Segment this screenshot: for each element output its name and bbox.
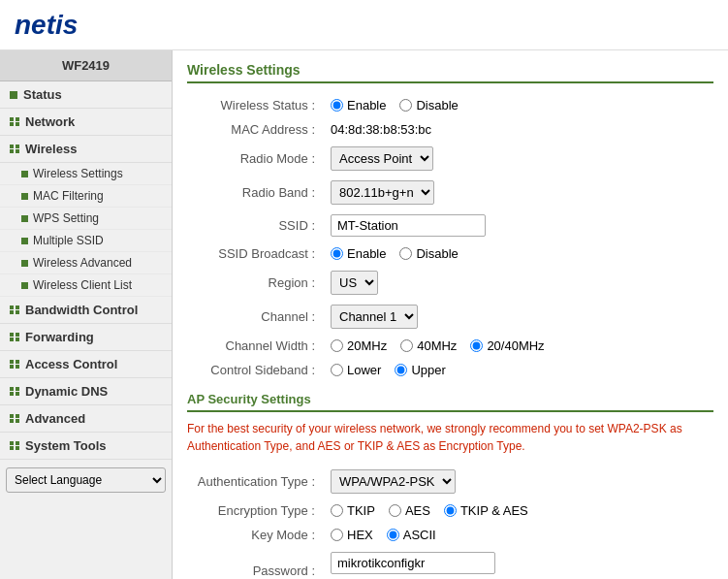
radio-band-select[interactable]: 802.11b+g+n [331,180,434,205]
subitem-label: Wireless Advanced [33,256,132,270]
channel-row: Channel : Channel 1 [187,300,713,334]
encryption-tkip-label: TKIP [347,503,375,518]
sidebar-item-advanced[interactable]: Advanced [0,405,172,433]
sidebar-item-ddns[interactable]: Dynamic DNS [0,378,172,405]
control-sideband-label: Control Sideband : [187,358,323,382]
key-mode-hex-radio[interactable] [331,529,343,541]
sidebar-item-bandwidth[interactable]: Bandwidth Control [0,297,172,324]
encryption-type-row: Encryption Type : TKIP AES T [187,499,713,523]
sidebar-subitem-wps[interactable]: WPS Setting [0,208,172,230]
sidebar-subitem-mac-filtering[interactable]: MAC Filtering [0,185,172,208]
subitem-label: Multiple SSID [33,234,104,247]
wireless-status-enable-option[interactable]: Enable [331,98,386,113]
ssid-broadcast-disable-option[interactable]: Disable [399,246,458,261]
ssid-broadcast-enable-label: Enable [347,246,386,261]
encryption-tkip-aes-radio[interactable] [444,504,457,517]
sidebar-label-system-tools: System Tools [25,438,107,453]
key-mode-hex-option[interactable]: HEX [331,528,373,542]
channel-width-40-label: 40MHz [417,338,457,353]
encryption-tkip-option[interactable]: TKIP [331,503,375,518]
control-sideband-lower-radio[interactable] [331,364,343,376]
key-mode-row: Key Mode : HEX ASCII [187,523,713,547]
sub-bullet-icon [21,171,28,177]
header: netis [0,0,728,50]
sidebar-subitem-wireless-advanced[interactable]: Wireless Advanced [0,252,172,274]
subitem-label: Wireless Settings [33,167,123,180]
sidebar-item-status[interactable]: Status [0,81,172,109]
radio-band-row: Radio Band : 802.11b+g+n [187,176,713,209]
ssid-broadcast-disable-radio[interactable] [399,247,412,260]
sidebar-subitem-multiple-ssid[interactable]: Multiple SSID [0,230,172,252]
mac-address-row: MAC Address : 04:8d:38:b8:53:bc [187,117,713,142]
language-dropdown[interactable]: Select Language [6,467,166,493]
sidebar-subitem-wireless-client-list[interactable]: Wireless Client List [0,274,172,297]
key-mode-label: Key Mode : [187,523,323,547]
encryption-tkip-aes-label: TKIP & AES [460,503,528,518]
wireless-status-enable-radio[interactable] [331,99,343,112]
encryption-tkip-aes-option[interactable]: TKIP & AES [444,503,528,518]
auth-type-select[interactable]: WPA/WPA2-PSK [331,469,456,494]
channel-width-20-label: 20MHz [347,338,387,353]
channel-width-radio-group: 20MHz 40MHz 20/40MHz [331,338,706,353]
key-mode-hex-label: HEX [347,528,373,542]
grid-icon-network [10,117,19,127]
wireless-status-disable-radio[interactable] [399,99,412,112]
grid-icon-wireless [10,145,19,154]
sub-bullet-icon [21,215,28,222]
wireless-status-disable-option[interactable]: Disable [399,98,458,113]
sidebar-item-access-control[interactable]: Access Control [0,351,172,378]
sub-bullet-icon [21,193,28,200]
ssid-broadcast-enable-option[interactable]: Enable [331,246,386,261]
control-sideband-lower-option[interactable]: Lower [331,363,381,377]
subitem-label: Wireless Client List [33,278,132,292]
encryption-aes-option[interactable]: AES [389,503,430,518]
key-mode-ascii-option[interactable]: ASCII [387,528,436,542]
radio-mode-value: Access Point [323,142,713,176]
region-value: US [323,266,713,300]
grid-icon-ddns [10,387,19,397]
sidebar-subitem-wireless-settings[interactable]: Wireless Settings [0,163,172,185]
control-sideband-upper-option[interactable]: Upper [395,363,445,377]
ssid-input[interactable] [331,214,486,237]
sidebar-item-wireless[interactable]: Wireless [0,136,172,163]
sidebar-label-ddns: Dynamic DNS [25,384,108,399]
channel-width-40-option[interactable]: 40MHz [400,338,457,353]
auth-type-value: WPA/WPA2-PSK [323,465,713,499]
control-sideband-value: Lower Upper [323,358,713,382]
encryption-type-label: Encryption Type : [187,499,323,523]
sidebar-label-advanced: Advanced [25,411,85,426]
key-mode-ascii-radio[interactable] [387,529,399,541]
control-sideband-upper-label: Upper [411,363,445,377]
sidebar-item-forwarding[interactable]: Forwarding [0,324,172,351]
region-row: Region : US [187,266,713,300]
channel-width-2040-radio[interactable] [470,339,483,352]
encryption-tkip-radio[interactable] [331,504,343,517]
key-mode-ascii-label: ASCII [403,528,436,542]
encryption-type-radio-group: TKIP AES TKIP & AES [331,503,706,518]
password-label: Password : [187,547,323,579]
grid-icon-system [10,441,19,451]
language-selector[interactable]: Select Language [6,467,166,493]
encryption-aes-radio[interactable] [389,504,401,517]
ssid-label: SSID : [187,209,323,241]
channel-width-20-radio[interactable] [331,339,343,352]
sidebar-item-network[interactable]: Network [0,109,172,136]
control-sideband-upper-radio[interactable] [395,364,407,376]
control-sideband-radio-group: Lower Upper [331,363,706,377]
key-mode-radio-group: HEX ASCII [331,528,706,542]
logo: netis [15,10,78,41]
channel-width-2040-option[interactable]: 20/40MHz [470,338,544,353]
channel-label: Channel : [187,300,323,334]
channel-width-40-radio[interactable] [400,339,413,352]
ap-security-warning: For the best security of your wireless n… [187,420,713,455]
radio-mode-select[interactable]: Access Point [331,146,433,171]
channel-select[interactable]: Channel 1 [331,305,418,329]
password-value: (Please enter 8-63 ASCII characters (any… [323,547,713,579]
sidebar-label-access-control: Access Control [25,357,117,371]
ssid-value [323,209,713,241]
region-select[interactable]: US [331,271,378,295]
channel-width-20-option[interactable]: 20MHz [331,338,387,353]
password-input[interactable] [331,552,495,574]
sidebar-item-system-tools[interactable]: System Tools [0,433,172,460]
ssid-broadcast-enable-radio[interactable] [331,247,343,260]
